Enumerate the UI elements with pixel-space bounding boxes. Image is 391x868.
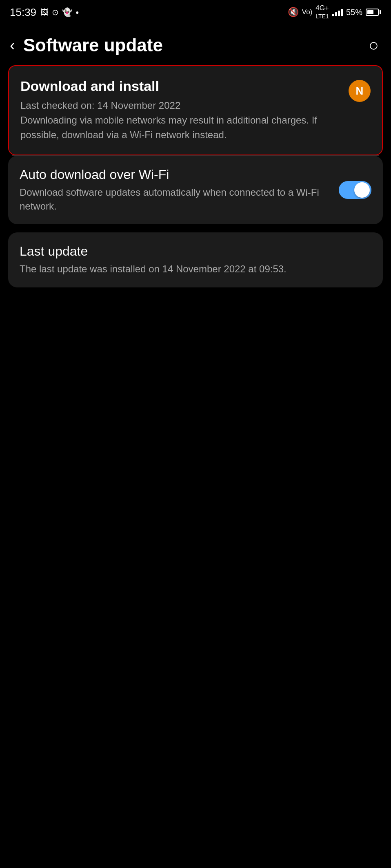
page-title: Software update (23, 35, 163, 55)
battery-icon (366, 9, 381, 16)
status-time: 15:39 (10, 6, 36, 19)
status-right: 🔇 Vo) 4G+LTE1 55% (288, 4, 381, 20)
network-type: 4G+LTE1 (315, 4, 329, 20)
last-update-card: Last update The last update was installe… (8, 232, 383, 287)
content: Download and install Last checked on: 14… (0, 65, 391, 287)
header: ‹ Software update ○ (0, 27, 391, 65)
back-button[interactable]: ‹ (10, 38, 15, 53)
auto-download-card: Auto download over Wi-Fi Download softwa… (8, 156, 383, 224)
auto-download-item[interactable]: Auto download over Wi-Fi Download softwa… (8, 156, 383, 224)
status-left: 15:39 🖼 ⊙ 👻 ● (10, 6, 79, 19)
volte-text: Vo) (302, 8, 313, 16)
signal-bar-3 (338, 11, 340, 16)
signal-bar-4 (341, 9, 343, 16)
n-badge: N (349, 80, 371, 102)
last-update-title: Last update (20, 244, 371, 259)
status-bar: 15:39 🖼 ⊙ 👻 ● 🔇 Vo) 4G+LTE1 55% (0, 0, 391, 23)
download-install-card[interactable]: Download and install Last checked on: 14… (8, 65, 383, 155)
download-warning-text: Downloading via mobile networks may resu… (20, 115, 317, 140)
search-button[interactable]: ○ (369, 35, 379, 55)
auto-download-toggle[interactable] (339, 181, 371, 199)
header-left: ‹ Software update (10, 35, 163, 55)
download-title: Download and install (20, 78, 340, 94)
signal-bars (332, 8, 343, 16)
toggle-container (339, 181, 371, 199)
battery-percentage: 55% (346, 8, 362, 17)
signal-bar-2 (335, 12, 337, 16)
auto-download-content: Auto download over Wi-Fi Download softwa… (20, 167, 339, 213)
status-icons: 🖼 ⊙ 👻 ● (40, 7, 79, 17)
last-checked-text: Last checked on: 14 November 2022 (20, 100, 180, 111)
photo-icon: 🖼 (40, 8, 49, 17)
auto-download-subtitle: Download software updates automatically … (20, 186, 331, 213)
download-subtitle: Last checked on: 14 November 2022 Downlo… (20, 98, 340, 142)
auto-download-title: Auto download over Wi-Fi (20, 167, 331, 182)
download-card-content: Download and install Last checked on: 14… (20, 78, 349, 142)
dot-icon: ● (76, 9, 79, 15)
signal-bar-1 (332, 14, 334, 16)
snapchat-icon: 👻 (62, 7, 72, 17)
toggle-knob (354, 182, 370, 198)
mute-icon: 🔇 (288, 7, 299, 18)
last-update-subtitle: The last update was installed on 14 Nove… (20, 262, 371, 276)
instagram-icon: ⊙ (52, 7, 59, 17)
